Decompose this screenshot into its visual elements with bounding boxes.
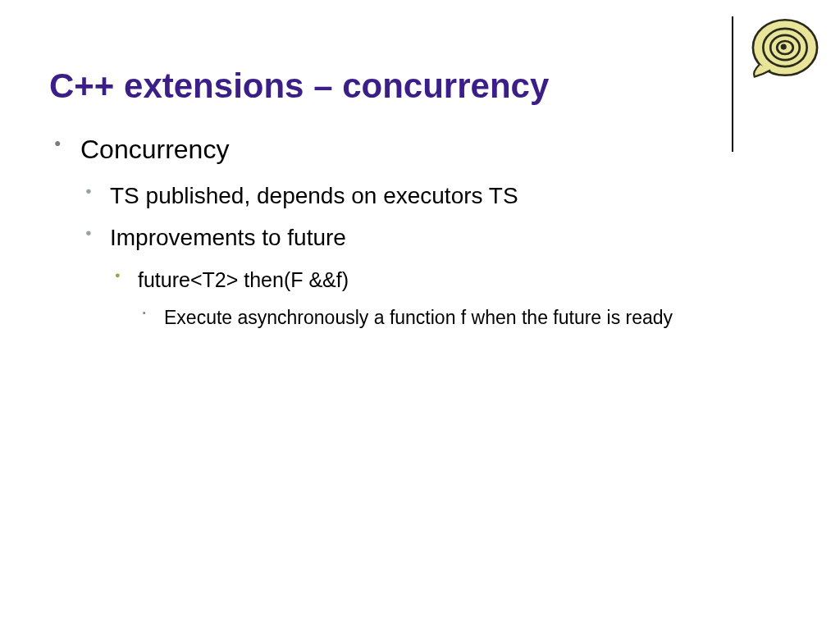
- bullet-text: Improvements to future: [110, 225, 346, 250]
- bullet-text: future<T2> then(F &&f): [138, 268, 349, 291]
- slide-title: C++ extensions – concurrency: [49, 66, 791, 107]
- slide: C++ extensions – concurrency Concurrency…: [0, 0, 840, 630]
- list-item: Execute asynchronously a function f when…: [138, 304, 791, 331]
- bullet-text: TS published, depends on executors TS: [110, 183, 518, 208]
- svg-point-1: [781, 44, 787, 50]
- bullet-list: future<T2> then(F &&f) Execute asynchron…: [110, 266, 791, 331]
- bullet-list: Execute asynchronously a function f when…: [138, 304, 791, 331]
- list-item: future<T2> then(F &&f) Execute asynchron…: [110, 266, 791, 331]
- bullet-list: TS published, depends on executors TS Im…: [80, 180, 791, 331]
- bullet-text: Concurrency: [80, 135, 229, 164]
- snail-logo-icon: [748, 15, 822, 80]
- bullet-text: Execute asynchronously a function f when…: [164, 307, 673, 328]
- list-item: Concurrency TS published, depends on exe…: [49, 131, 791, 330]
- list-item: Improvements to future future<T2> then(F…: [80, 221, 791, 330]
- bullet-list: Concurrency TS published, depends on exe…: [49, 131, 791, 330]
- list-item: TS published, depends on executors TS: [80, 180, 791, 212]
